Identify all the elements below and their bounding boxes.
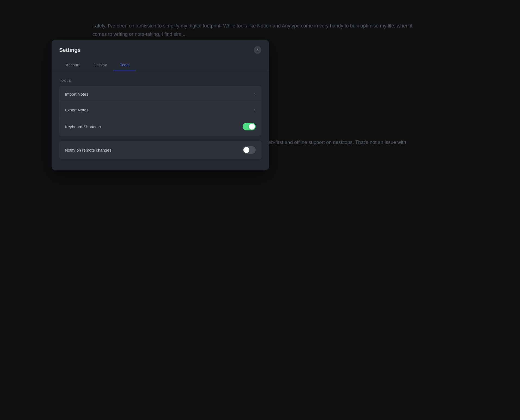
keyboard-shortcuts-toggle[interactable]: [243, 123, 256, 130]
tab-tools[interactable]: Tools: [113, 60, 136, 70]
keyboard-shortcuts-toggle-knob: [249, 124, 255, 130]
tab-display[interactable]: Display: [87, 60, 113, 70]
settings-modal: Settings × Account Display Tools TOOLS I…: [52, 40, 269, 170]
export-notes-label: Export Notes: [65, 108, 89, 112]
tools-section-label: TOOLS: [59, 79, 261, 82]
modal-tabs: Account Display Tools: [52, 55, 269, 70]
notify-remote-toggle[interactable]: [243, 146, 256, 154]
notify-remote-item: Notify on remote changes: [59, 141, 261, 159]
export-notes-chevron-icon: ›: [254, 107, 256, 113]
notify-remote-label: Notify on remote changes: [65, 148, 111, 152]
import-notes-label: Import Notes: [65, 92, 88, 96]
settings-group-separate: Notify on remote changes: [59, 141, 261, 159]
keyboard-shortcuts-item: Keyboard Shortcuts: [59, 118, 261, 135]
export-notes-item[interactable]: Export Notes ›: [59, 102, 261, 118]
import-notes-item[interactable]: Import Notes ›: [59, 86, 261, 102]
modal-title: Settings: [59, 47, 81, 53]
keyboard-shortcuts-label: Keyboard Shortcuts: [65, 124, 101, 129]
tab-account[interactable]: Account: [59, 60, 87, 70]
settings-group-main: Import Notes › Export Notes › Keyboard S…: [59, 86, 261, 136]
close-button[interactable]: ×: [254, 46, 261, 54]
notify-remote-toggle-knob: [243, 147, 249, 153]
import-notes-chevron-icon: ›: [254, 91, 256, 97]
modal-body: TOOLS Import Notes › Export Notes › Keyb…: [52, 70, 269, 170]
modal-header: Settings ×: [52, 40, 269, 54]
